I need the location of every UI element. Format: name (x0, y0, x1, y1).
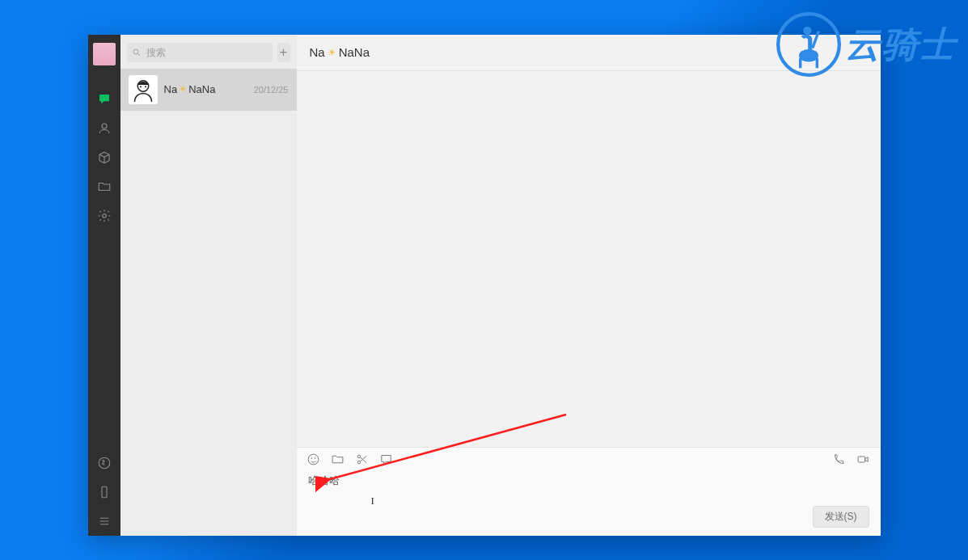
chat-history-icon[interactable] (379, 453, 394, 467)
svg-point-21 (803, 27, 811, 35)
send-button[interactable]: 发送(S) (813, 506, 869, 528)
svg-point-1 (102, 213, 106, 217)
composer-toolbar (297, 448, 881, 472)
menu-icon[interactable] (88, 507, 120, 536)
scissors-icon[interactable] (355, 453, 370, 467)
svg-point-10 (311, 458, 312, 459)
add-button[interactable]: + (277, 43, 290, 62)
svg-point-4 (133, 49, 138, 54)
sun-emoji-icon: ☀ (328, 47, 336, 58)
message-text: 哈哈哈 (308, 474, 340, 486)
search-icon (132, 48, 142, 57)
svg-rect-3 (102, 486, 107, 498)
conversation-item[interactable]: Na☀ NaNa 20/12/25 (120, 69, 297, 111)
svg-rect-14 (858, 457, 865, 462)
text-cursor: I (371, 495, 374, 507)
contacts-icon[interactable] (88, 114, 120, 143)
box-icon[interactable] (88, 143, 120, 172)
svg-point-2 (99, 457, 110, 469)
svg-point-7 (140, 86, 142, 87)
composer: 哈哈哈 I 发送(S) (297, 447, 881, 536)
miniprogram-icon[interactable] (88, 448, 120, 478)
emoji-icon[interactable] (306, 453, 321, 467)
app-window: + Na☀ NaNa 20/12/25 Na☀ NaNa (88, 35, 881, 536)
folder-icon[interactable] (88, 172, 120, 201)
svg-line-5 (137, 53, 140, 56)
gear-icon[interactable] (88, 201, 120, 230)
search-bar: + (120, 35, 297, 69)
svg-point-11 (315, 458, 315, 459)
svg-point-13 (357, 461, 361, 464)
user-avatar[interactable] (93, 43, 116, 65)
nav-rail (88, 35, 120, 536)
chat-panel: Na☀ NaNa 哈哈哈 I 发送(S) (297, 35, 881, 536)
contact-name: Na☀ NaNa (164, 83, 254, 95)
sun-emoji-icon: ☀ (179, 84, 187, 95)
chats-icon[interactable] (88, 85, 120, 114)
svg-point-0 (102, 124, 107, 128)
conversation-list: + Na☀ NaNa 20/12/25 (120, 35, 297, 536)
file-icon[interactable] (331, 453, 345, 467)
phone-icon[interactable] (88, 478, 120, 507)
message-input[interactable]: 哈哈哈 I (297, 472, 881, 503)
contact-avatar (129, 75, 158, 104)
conversation-time: 20/12/25 (254, 85, 289, 95)
svg-point-8 (145, 86, 146, 87)
chat-title: Na☀ NaNa (297, 35, 881, 71)
search-input[interactable] (127, 43, 273, 62)
voice-call-icon[interactable] (832, 453, 847, 467)
svg-point-12 (357, 455, 361, 458)
svg-point-9 (308, 454, 319, 465)
video-call-icon[interactable] (856, 453, 871, 467)
message-history[interactable] (297, 71, 881, 447)
